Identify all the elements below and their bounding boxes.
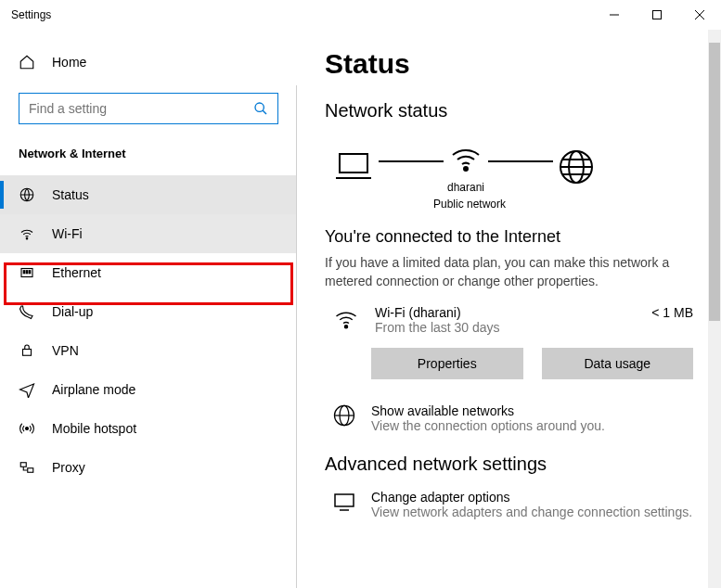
adapter-desc: View network adapters and change connect… bbox=[371, 505, 692, 519]
sidebar-label: Airplane mode bbox=[52, 382, 135, 397]
sidebar-item-hotspot[interactable]: Mobile hotspot bbox=[0, 409, 297, 448]
connection-usage: < 1 MB bbox=[651, 305, 693, 320]
network-status-title: Network status bbox=[325, 100, 693, 121]
show-networks-desc: View the connection options around you. bbox=[371, 418, 605, 433]
minimize-button[interactable] bbox=[593, 0, 636, 30]
laptop-icon bbox=[332, 148, 375, 185]
scrollbar-track[interactable] bbox=[708, 30, 721, 588]
sidebar-label: Proxy bbox=[52, 460, 85, 475]
scrollbar-thumb[interactable] bbox=[709, 43, 720, 321]
hotspot-icon bbox=[19, 420, 35, 437]
category-title: Network & Internet bbox=[0, 147, 297, 160]
connection-period: From the last 30 days bbox=[375, 320, 637, 335]
properties-button[interactable]: Properties bbox=[371, 348, 523, 379]
sidebar-home[interactable]: Home bbox=[0, 48, 297, 76]
active-connection-row: Wi-Fi (dharani) From the last 30 days < … bbox=[325, 305, 693, 335]
show-networks-title: Show available networks bbox=[371, 403, 605, 418]
close-button[interactable] bbox=[678, 0, 721, 30]
search-icon bbox=[253, 101, 268, 116]
svg-point-7 bbox=[26, 238, 28, 240]
search-input[interactable] bbox=[29, 101, 253, 116]
search-input-container[interactable] bbox=[19, 93, 278, 124]
adapter-options-row[interactable]: Change adapter options View network adap… bbox=[325, 490, 693, 519]
advanced-settings-title: Advanced network settings bbox=[325, 454, 693, 475]
adapter-icon bbox=[332, 490, 356, 514]
dialup-icon bbox=[19, 303, 35, 320]
ethernet-icon bbox=[19, 264, 35, 281]
sidebar-label: Status bbox=[52, 187, 89, 202]
sidebar-label: Ethernet bbox=[52, 265, 101, 280]
home-icon bbox=[19, 54, 35, 70]
sidebar-label: Wi-Fi bbox=[52, 226, 83, 241]
globe-icon bbox=[557, 147, 596, 186]
svg-rect-11 bbox=[29, 271, 31, 274]
connected-title: You're connected to the Internet bbox=[325, 227, 693, 247]
svg-rect-16 bbox=[340, 154, 367, 173]
titlebar: Settings bbox=[0, 0, 721, 30]
sidebar-item-airplane[interactable]: Airplane mode bbox=[0, 370, 297, 409]
show-networks-row[interactable]: Show available networks View the connect… bbox=[325, 403, 693, 433]
sidebar-item-wifi[interactable]: Wi-Fi bbox=[0, 214, 297, 253]
sidebar-item-ethernet[interactable]: Ethernet bbox=[0, 253, 297, 292]
airplane-icon bbox=[19, 381, 35, 398]
svg-point-17 bbox=[464, 167, 468, 171]
sidebar-item-status[interactable]: Status bbox=[0, 175, 297, 214]
connected-desc: If you have a limited data plan, you can… bbox=[325, 254, 693, 290]
globe-small-icon bbox=[332, 403, 356, 428]
diagram-network-type: Public network bbox=[423, 198, 516, 211]
diagram-network-name: dharani bbox=[447, 181, 484, 194]
sidebar-item-vpn[interactable]: VPN bbox=[0, 331, 297, 370]
data-usage-button[interactable]: Data usage bbox=[542, 348, 694, 379]
status-icon bbox=[19, 186, 35, 203]
adapter-title: Change adapter options bbox=[371, 490, 692, 505]
svg-rect-15 bbox=[28, 468, 33, 473]
svg-line-5 bbox=[263, 110, 266, 114]
svg-rect-9 bbox=[23, 271, 25, 274]
wifi-diagram-icon bbox=[447, 140, 484, 177]
window-title: Settings bbox=[11, 8, 51, 21]
maximize-button[interactable] bbox=[636, 0, 678, 30]
sidebar-item-dialup[interactable]: Dial-up bbox=[0, 292, 297, 331]
svg-point-23 bbox=[345, 326, 348, 328]
sidebar-label: Mobile hotspot bbox=[52, 421, 136, 436]
svg-rect-27 bbox=[335, 494, 354, 506]
svg-rect-14 bbox=[20, 463, 26, 467]
svg-rect-1 bbox=[653, 11, 662, 19]
sidebar-label: Dial-up bbox=[52, 304, 93, 319]
svg-point-4 bbox=[255, 103, 264, 111]
sidebar: Home Network & Internet Status Wi-Fi bbox=[0, 30, 297, 588]
sidebar-item-proxy[interactable]: Proxy bbox=[0, 448, 297, 487]
svg-rect-12 bbox=[23, 350, 32, 356]
sidebar-label: VPN bbox=[52, 343, 79, 358]
connection-name: Wi-Fi (dharani) bbox=[375, 305, 637, 320]
svg-rect-10 bbox=[26, 271, 28, 274]
svg-point-13 bbox=[26, 428, 29, 430]
home-label: Home bbox=[52, 55, 86, 70]
wifi-icon bbox=[19, 225, 35, 242]
main-pane: Status Network status dharani bbox=[297, 30, 721, 588]
wifi-connection-icon bbox=[332, 305, 360, 333]
page-title: Status bbox=[325, 48, 693, 80]
vpn-icon bbox=[19, 342, 35, 359]
proxy-icon bbox=[19, 459, 35, 476]
network-diagram: dharani bbox=[325, 140, 693, 194]
